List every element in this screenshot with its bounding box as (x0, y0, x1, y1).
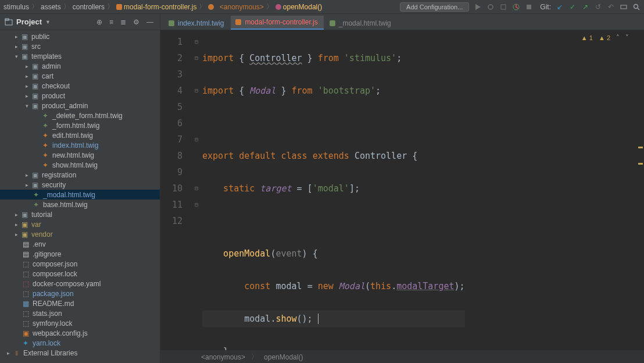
crumb-assets[interactable]: assets (41, 3, 61, 11)
tab-modal[interactable]: _modal.html.twig (325, 17, 397, 30)
search-everywhere-icon[interactable] (632, 3, 641, 11)
twig-file-icon (169, 20, 174, 26)
locate-icon[interactable]: ⊕ (95, 18, 104, 26)
chevron-right-icon: 〉 (251, 352, 258, 362)
chevron-up-icon[interactable]: ˄ (616, 34, 620, 41)
svg-line-6 (638, 8, 639, 10)
twig-file-icon: ✦ (31, 201, 41, 209)
tree-external-libraries[interactable]: ▸⫴External Libraries (0, 348, 160, 358)
tree-folder-cart[interactable]: ▸▣cart (0, 71, 160, 81)
tree-file-composer-json[interactable]: ⬚composer.json (0, 259, 160, 269)
project-title[interactable]: Project (16, 17, 42, 26)
folder-icon: ▣ (30, 72, 40, 80)
js-file-icon (116, 4, 122, 10)
svg-point-0 (488, 5, 493, 9)
chevron-right-icon: 〉 (107, 2, 114, 12)
tree-file-readme[interactable]: ▦README.md (0, 298, 160, 308)
editor-body[interactable]: 123 456 789 101112 ⊟⊟⊟⊟⊟⊟ import { Contr… (160, 30, 644, 350)
chevron-down-icon[interactable]: ˅ (625, 34, 629, 41)
crumb-method[interactable]: openModal() (276, 3, 322, 11)
folder-icon: ▣ (30, 92, 40, 100)
chevron-right-icon: 〉 (63, 2, 70, 12)
undo-icon[interactable]: ↶ (607, 3, 615, 11)
tree-file-delete-form[interactable]: ✦_delete_form.html.twig (0, 111, 160, 120)
git-history-icon[interactable]: ↺ (594, 3, 602, 11)
tab-index[interactable]: index.html.twig (164, 17, 230, 30)
project-tree[interactable]: ▸▣public ▸▣src ▾▣templates ▸▣admin ▸▣car… (0, 30, 160, 363)
crumb-project[interactable]: stimulus (3, 3, 29, 11)
settings-gear-icon[interactable]: ⚙ (131, 18, 141, 26)
twig-file-icon: ✦ (31, 191, 41, 199)
collapse-all-icon[interactable]: ≣ (119, 18, 128, 26)
folder-icon: ▣ (30, 181, 40, 189)
debug-icon[interactable] (486, 3, 495, 11)
svg-rect-1 (501, 5, 506, 9)
tree-folder-vendor[interactable]: ▸▣vendor (0, 229, 160, 239)
tab-controller-label: modal-form-controller.js (245, 18, 317, 26)
error-stripe[interactable] (637, 30, 644, 363)
bottom-crumb-scope[interactable]: <anonymous> (201, 353, 245, 361)
warning-icon[interactable]: ▲ 2 (599, 34, 610, 41)
tree-file-docker[interactable]: ⬚docker-compose.yaml (0, 279, 160, 289)
svg-rect-3 (527, 5, 531, 9)
inspection-badges[interactable]: ▲ 1 ▲ 2 ˄ ˅ (581, 34, 629, 41)
warning-icon[interactable]: ▲ 1 (581, 34, 593, 41)
warning-mark[interactable] (638, 163, 643, 165)
tree-folder-registration[interactable]: ▸▣registration (0, 170, 160, 180)
code-content[interactable]: import { Controller } from 'stimulus'; i… (202, 30, 465, 350)
crumb-scope[interactable]: <anonymous> (208, 3, 263, 11)
project-view-icon (5, 18, 13, 26)
bottom-crumb-method[interactable]: openModal() (264, 353, 303, 361)
tree-folder-product-admin[interactable]: ▾▣product_admin (0, 101, 160, 111)
tree-folder-admin[interactable]: ▸▣admin (0, 61, 160, 71)
method-icon (276, 4, 281, 10)
main-area: ▸▣public ▸▣src ▾▣templates ▸▣admin ▸▣car… (0, 30, 644, 363)
tree-file-package-json[interactable]: ⬚package.json (0, 289, 160, 298)
tree-file-modal[interactable]: ✦_modal.html.twig (0, 190, 160, 200)
chevron-right-icon: 〉 (266, 2, 273, 12)
git-commit-icon[interactable]: ✓ (568, 3, 577, 11)
tree-file-index[interactable]: ✦index.html.twig (0, 140, 160, 150)
stop-icon[interactable] (525, 3, 533, 11)
tree-folder-src[interactable]: ▸▣src (0, 41, 160, 51)
tree-folder-var[interactable]: ▸▣var (0, 219, 160, 229)
tree-folder-checkout[interactable]: ▸▣checkout (0, 81, 160, 91)
tree-file-env[interactable]: ▤.env (0, 239, 160, 249)
profiler-icon[interactable] (512, 3, 520, 11)
tree-folder-product[interactable]: ▸▣product (0, 91, 160, 101)
tree-file-new[interactable]: ✦new.html.twig (0, 150, 160, 160)
tree-file-gitignore[interactable]: ▤.gitignore (0, 249, 160, 259)
warning-mark[interactable] (638, 147, 643, 148)
chevron-right-icon: 〉 (31, 2, 38, 12)
tab-controller[interactable]: modal-form-controller.js (231, 16, 323, 30)
fold-gutter[interactable]: ⊟⊟⊟⊟⊟⊟ (191, 30, 202, 350)
tree-file-edit[interactable]: ✦edit.html.twig (0, 130, 160, 140)
tree-folder-security[interactable]: ▸▣security (0, 180, 160, 190)
tree-folder-tutorial[interactable]: ▸▣tutorial (0, 209, 160, 219)
tree-file-yarn-lock[interactable]: ✦yarn.lock (0, 338, 160, 348)
tree-folder-public[interactable]: ▸▣public (0, 31, 160, 41)
add-configuration-button[interactable]: Add Configuration... (400, 2, 469, 12)
tree-file-webpack[interactable]: ▣webpack.config.js (0, 328, 160, 338)
tree-file-form[interactable]: ✦_form.html.twig (0, 120, 160, 130)
tree-file-base[interactable]: ✦base.html.twig (0, 200, 160, 209)
tree-file-composer-lock[interactable]: ⬚composer.lock (0, 269, 160, 279)
breadcrumb: stimulus 〉 assets 〉 controllers 〉 modal-… (3, 2, 398, 12)
project-dropdown-icon[interactable]: ▼ (45, 19, 51, 25)
expand-all-icon[interactable]: ≡ (108, 18, 115, 26)
code-editor[interactable]: ▲ 1 ▲ 2 ˄ ˅ 123 456 789 101112 ⊟⊟⊟⊟⊟⊟ im… (160, 30, 644, 363)
hide-tool-icon[interactable]: — (145, 18, 155, 26)
tree-file-stats[interactable]: ⬚stats.json (0, 308, 160, 318)
tree-file-show[interactable]: ✦show.html.twig (0, 160, 160, 170)
ide-settings-icon[interactable] (620, 3, 628, 11)
tree-file-symfony-lock[interactable]: ⬚symfony.lock (0, 318, 160, 328)
git-push-icon[interactable]: ↗ (581, 3, 589, 11)
line-number-gutter[interactable]: 123 456 789 101112 (160, 30, 191, 350)
tree-folder-templates[interactable]: ▾▣templates (0, 51, 160, 61)
run-icon[interactable] (474, 3, 482, 11)
git-update-icon[interactable]: ↙ (556, 3, 564, 11)
coverage-icon[interactable] (499, 3, 507, 11)
crumb-file[interactable]: modal-form-controller.js (116, 3, 196, 11)
tab-modal-label: _modal.html.twig (339, 19, 391, 27)
crumb-controllers[interactable]: controllers (73, 3, 105, 11)
